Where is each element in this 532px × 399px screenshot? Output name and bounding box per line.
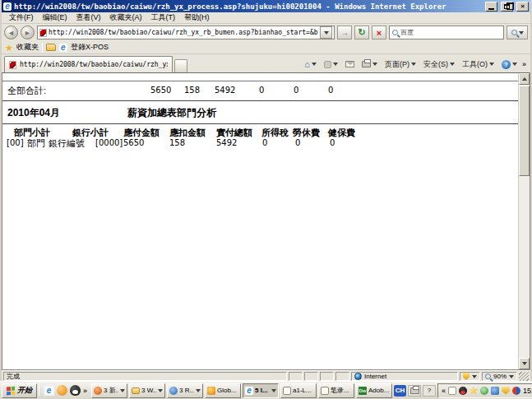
help-icon: ? [502,60,511,69]
chevron-down-icon [512,63,517,66]
help-menu-button[interactable]: ? [499,59,520,70]
search-icon [511,30,517,35]
feed-icon [324,61,331,68]
scroll-down-button[interactable] [519,358,530,369]
tab-bar: http://win2008/tw/baobiao/caiwu/rzh_yx_p… [2,54,530,72]
refresh-button[interactable]: ↻ [354,26,369,39]
report-title: 薪資加總表部門分析 [127,106,216,120]
protected-mode-panel[interactable] [460,372,480,381]
taskbar-button-glob[interactable]: Glob... [205,383,241,398]
task-label: Glob... [217,387,238,394]
menu-tools[interactable]: 工具(T) [147,12,180,23]
window-title: http://win2008/tw/baobiao/caiwu/rzh_yx_p… [14,2,482,11]
tools-menu-button[interactable]: 工具(O) [460,58,497,71]
taskbar: 开始 e » 3 新... 3 W... 3 R... Glob... [0,381,532,399]
separator [39,386,39,396]
quicklaunch-overflow-button[interactable]: » [83,387,87,395]
mail-icon [345,61,354,67]
command-bar-overflow-button[interactable]: » [522,60,526,68]
search-input[interactable] [400,29,501,36]
qq-tray-icon[interactable] [459,387,467,395]
taskbar-button-adobe[interactable]: Dw Adob... [356,383,392,398]
restore-button[interactable] [501,2,513,12]
read-mail-button[interactable] [343,60,357,68]
print-button[interactable] [359,60,380,68]
tray-collapse-button[interactable]: « [442,387,446,395]
add-favorite-icon[interactable] [46,44,56,51]
taskbar-button-a1l[interactable]: a1-L... [280,383,317,398]
menu-favorites[interactable]: 收藏夹(A) [106,12,146,23]
language-bar-printer-button[interactable] [408,385,421,397]
col-header-deduction: 應扣金額 [169,127,206,139]
close-button[interactable]: × [516,2,529,12]
chevron-up-icon [522,77,527,81]
scrollbar-track[interactable] [519,176,530,358]
safety-menu-button[interactable]: 安全(S) [421,58,457,71]
grand-total-label: 全部合計: [7,85,46,97]
app-icon [169,387,178,395]
address-input[interactable] [49,27,318,38]
qq-quicklaunch-icon[interactable] [70,385,81,396]
dreamweaver-icon: Dw [359,387,367,395]
new-tab-button[interactable] [174,59,187,72]
scroll-up-button[interactable] [519,73,530,85]
language-bar-help-button[interactable]: ? [423,385,436,397]
start-button[interactable]: 开始 [2,383,37,398]
security-shield-tray-icon[interactable] [502,387,510,395]
scheduler-tray-icon[interactable] [480,387,488,395]
row-bank-code: [0000] [95,138,123,147]
chevron-down-icon [450,63,455,66]
minimize-button[interactable] [485,2,497,12]
taskbar-clock[interactable]: 15:33 [523,387,532,395]
taskbar-group-ie-active[interactable]: e 5 I... [243,383,279,398]
taskbar-button-notes[interactable]: 笔录... [318,383,354,398]
favorites-button[interactable]: 收藏夹 [16,42,39,53]
shortcut-page-icon: e [59,44,67,52]
resize-grip[interactable] [519,372,529,381]
grand-total-payable: 5650 [150,86,171,95]
search-go-button[interactable] [507,26,528,39]
grand-total-deduction: 158 [184,86,200,95]
separator [42,43,43,53]
menu-file[interactable]: 文件(F) [5,12,38,23]
row-dept-code: [00] [7,138,24,147]
address-bar [37,26,335,39]
taskbar-group-new[interactable]: 3 新... [91,383,127,398]
address-dropdown-button[interactable] [320,26,332,39]
refresh-icon: ↻ [358,27,365,38]
scrollbar-thumb[interactable] [519,86,530,176]
taskbar-group-folders[interactable]: 3 W... [129,383,165,398]
favorites-shortcut-xpos[interactable]: 登錄X-POS [71,42,109,53]
network-tray-icon[interactable] [491,387,499,395]
status-text: 完成 [3,372,287,381]
chevron-down-icon [519,31,524,35]
page-menu-button[interactable]: 页面(P) [382,58,419,71]
notepad-icon [321,387,329,395]
star-tray-icon[interactable] [470,387,478,395]
media-tray-icon[interactable] [512,387,520,395]
menu-help[interactable]: 帮助(H) [180,12,214,23]
language-indicator[interactable]: CH [394,385,406,397]
back-button[interactable]: ◄ [4,26,18,39]
ie-icon: e [245,387,253,395]
notepad-tray-icon[interactable] [448,387,456,395]
ie-quicklaunch-icon[interactable]: e [44,385,54,396]
feeds-button[interactable] [322,60,340,69]
go-button[interactable]: → [337,26,352,39]
ie-browser-window: e http://win2008/tw/baobiao/caiwu/rzh_yx… [0,0,532,381]
start-label: 开始 [17,385,32,396]
forward-button[interactable]: ► [21,26,35,39]
menu-edit[interactable]: 编辑(E) [39,12,72,23]
messenger-quicklaunch-icon[interactable] [57,385,67,396]
status-cell [335,372,349,381]
row-net-total: 5492 [216,138,237,147]
menu-view[interactable]: 查看(V) [72,12,105,23]
zoom-control[interactable]: 90% [482,372,517,381]
ie-icon: e [245,387,253,395]
vertical-scrollbar[interactable] [518,73,530,369]
taskbar-group-r[interactable]: 3 R... [167,383,203,398]
home-button[interactable]: ⌂ [302,59,319,69]
active-tab[interactable]: http://win2008/tw/baobiao/caiwu/rzh_yx_p… [4,56,173,72]
stop-button[interactable]: × [372,26,386,39]
chevron-down-icon [196,389,201,392]
